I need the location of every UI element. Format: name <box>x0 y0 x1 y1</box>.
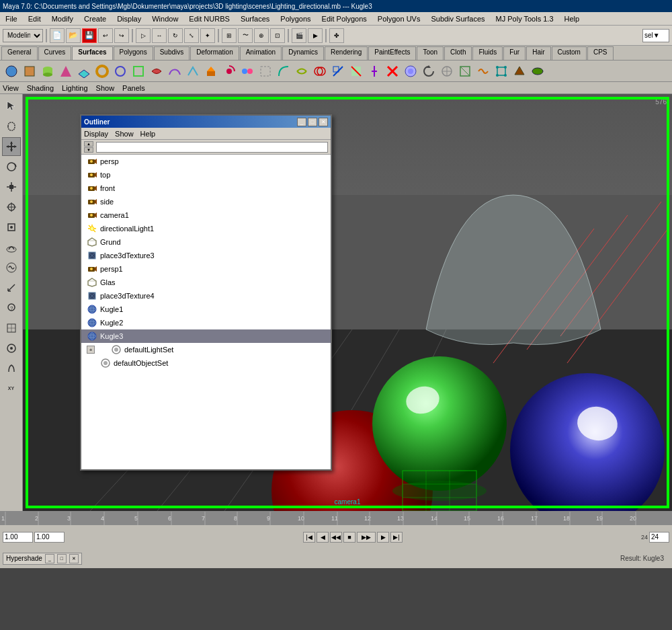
tool-extrude[interactable] <box>202 63 220 80</box>
outliner-item-Kugle3[interactable]: Kugle3 <box>81 329 331 343</box>
snap-point-btn[interactable]: ⊕ <box>254 28 269 43</box>
left-sculpt[interactable] <box>2 258 21 277</box>
hs-close-btn[interactable]: ✕ <box>69 554 79 563</box>
tool-plane[interactable] <box>75 63 93 80</box>
sec-menu-view[interactable]: View <box>3 84 19 92</box>
menu-edit-polygons[interactable]: Edit Polygons <box>319 14 370 24</box>
tool-sculpt[interactable] <box>402 63 419 80</box>
render-btn[interactable]: 🎬 <box>292 28 306 43</box>
outliner-item-place3dTexture3[interactable]: place3dTexture3 <box>81 249 331 262</box>
arrow-up[interactable]: ▲ <box>84 141 93 147</box>
tool-pivot[interactable] <box>438 63 456 80</box>
prev-keyframe-btn[interactable]: |◀ <box>303 532 315 543</box>
left-rotate[interactable] <box>2 157 21 176</box>
outliner-item-Grund[interactable]: Grund <box>81 235 331 249</box>
outliner-item-defaultLightSet[interactable]: +defaultLightSet <box>81 343 331 356</box>
tab-general[interactable]: General <box>1 46 38 60</box>
menu-surfaces[interactable]: Surfaces <box>238 14 272 24</box>
tool-boundary[interactable] <box>257 63 274 80</box>
outliner-close[interactable]: ✕ <box>319 118 328 126</box>
tool-wire[interactable] <box>456 63 474 80</box>
tab-surfaces[interactable]: Surfaces <box>72 46 112 60</box>
tab-deformation[interactable]: Deformation <box>190 46 239 60</box>
outliner-item-place3dTexture4[interactable]: place3dTexture4 <box>81 289 331 303</box>
arrow-down[interactable]: ▼ <box>84 147 93 153</box>
snap-view-btn[interactable]: ⊡ <box>270 28 285 43</box>
tool-trim2[interactable] <box>347 63 365 80</box>
outliner-minimize[interactable]: _ <box>297 118 306 126</box>
menu-polygons[interactable]: Polygons <box>278 14 313 24</box>
menu-modify[interactable]: Modify <box>49 14 76 24</box>
tool-unknown1[interactable] <box>511 63 528 80</box>
outliner-item-side[interactable]: side <box>81 195 331 208</box>
timeline-ruler[interactable]: 1 2 3 4 5 6 7 8 9 10 11 12 13 1 <box>0 512 672 525</box>
tool-torus[interactable] <box>93 63 111 80</box>
left-cloth-paint[interactable] <box>2 359 21 378</box>
save-btn[interactable]: 💾 <box>82 28 97 43</box>
tool-unknown2[interactable] <box>529 63 546 80</box>
menu-polygon-uvs[interactable]: Polygon UVs <box>375 14 423 24</box>
snap-grid-btn[interactable]: ⊞ <box>222 28 237 43</box>
outliner-item-Kugle2[interactable]: Kugle2 <box>81 316 331 329</box>
move-btn[interactable]: ↔ <box>152 28 167 43</box>
play-fwd-btn[interactable]: ▶▶ <box>357 532 376 543</box>
outliner-item-Glas[interactable]: Glas <box>81 276 331 289</box>
outliner-menu-help[interactable]: Help <box>140 130 156 138</box>
mode-dropdown[interactable]: Modeling Animation Rendering <box>3 29 43 42</box>
tab-rendering[interactable]: Rendering <box>325 46 368 60</box>
tab-toon[interactable]: Toon <box>417 46 444 60</box>
tab-hair[interactable]: Hair <box>526 46 550 60</box>
menu-edit[interactable]: Edit <box>26 14 44 24</box>
left-universal[interactable] <box>2 198 21 216</box>
tool-revolve[interactable] <box>220 63 238 80</box>
tool-circle[interactable] <box>112 63 129 80</box>
outliner-item-persp[interactable]: persp <box>81 155 331 168</box>
outliner-item-camera1[interactable]: camera1 <box>81 208 331 222</box>
tool-wrinkle[interactable] <box>474 63 492 80</box>
redo-btn[interactable]: ↪ <box>114 28 129 43</box>
left-grid[interactable] <box>2 319 21 338</box>
left-scale[interactable] <box>2 178 21 196</box>
outliner-menu-show[interactable]: Show <box>115 130 134 138</box>
show-manip-btn[interactable]: ✤ <box>329 28 344 43</box>
left-lasso[interactable] <box>2 117 21 136</box>
tool-cylinder[interactable] <box>39 63 56 80</box>
tab-cps[interactable]: CPS <box>587 46 614 60</box>
tool-surface-fillet[interactable] <box>293 63 310 80</box>
menu-window[interactable]: Window <box>149 14 181 24</box>
tool-fillet[interactable] <box>275 63 292 80</box>
tool-nurbs-square[interactable] <box>130 63 147 80</box>
outliner-item-directionalLight1[interactable]: directionalLight1 <box>81 222 331 235</box>
tab-subdivs[interactable]: Subdivs <box>154 46 190 60</box>
selection-input[interactable] <box>642 29 669 42</box>
undo-btn[interactable]: ↩ <box>98 28 113 43</box>
left-annotation[interactable]: ? <box>2 299 21 317</box>
universal-btn[interactable]: ✦ <box>200 28 215 43</box>
tab-polygons[interactable]: Polygons <box>114 46 153 60</box>
end-frame-input[interactable] <box>649 532 669 543</box>
next-keyframe-btn[interactable]: ▶| <box>390 532 403 543</box>
menu-subdiv-surfaces[interactable]: Subdiv Surfaces <box>428 14 487 24</box>
stop-btn[interactable]: ■ <box>343 532 355 543</box>
outliner-item-persp1[interactable]: persp1 <box>81 262 331 276</box>
tab-animation[interactable]: Animation <box>240 46 282 60</box>
left-paint-select[interactable] <box>2 339 21 358</box>
menu-file[interactable]: File <box>3 14 20 24</box>
tool-cube[interactable] <box>21 63 38 80</box>
hs-min-btn[interactable]: _ <box>45 554 54 563</box>
tool-history[interactable] <box>420 63 437 80</box>
tab-curves[interactable]: Curves <box>38 46 72 60</box>
outliner-titlebar[interactable]: Outliner _ □ ✕ <box>81 116 331 128</box>
left-move[interactable] <box>2 137 21 156</box>
tool-cone[interactable] <box>57 63 75 80</box>
left-show-manip[interactable] <box>2 218 21 237</box>
new-scene-btn[interactable]: 📄 <box>50 28 65 43</box>
tool-lattice[interactable] <box>493 63 510 80</box>
expand-btn-defaultLightSet[interactable]: + <box>87 346 95 354</box>
sec-menu-show[interactable]: Show <box>96 84 115 92</box>
tool-trim[interactable] <box>148 63 165 80</box>
scale-btn[interactable]: ⤡ <box>184 28 199 43</box>
sec-menu-shading[interactable]: Shading <box>27 84 54 92</box>
outliner-item-defaultObjectSet[interactable]: defaultObjectSet <box>81 356 331 370</box>
prev-frame-btn[interactable]: ◀ <box>317 532 329 543</box>
